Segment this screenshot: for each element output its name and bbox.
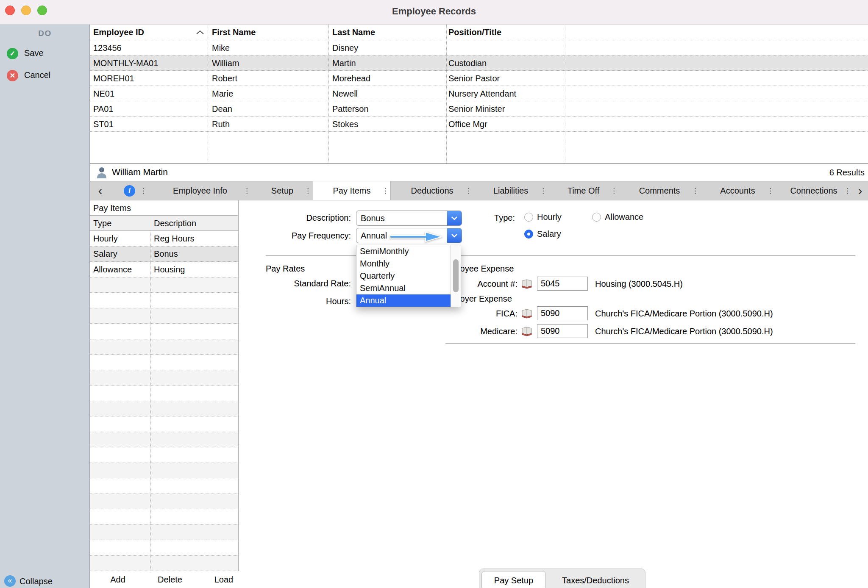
tab-setup[interactable]: Setup⋮ xyxy=(252,181,313,200)
pay-item-row-empty[interactable] xyxy=(90,416,238,432)
add-button[interactable]: Add xyxy=(110,575,125,585)
pay-item-row-empty[interactable] xyxy=(90,447,238,463)
tab-divider-dots: ⋮ xyxy=(304,186,312,195)
tab-label: Accounts xyxy=(720,186,755,196)
double-chevron-left-icon: « xyxy=(4,575,16,587)
pay-item-row-empty[interactable] xyxy=(90,509,238,525)
employee-row[interactable]: MONTHLY-MA01WilliamMartinCustodian xyxy=(90,55,868,71)
medicare-account-field[interactable] xyxy=(537,324,588,338)
load-button[interactable]: Load xyxy=(214,575,234,585)
pay-item-row-empty[interactable] xyxy=(90,293,238,308)
pay-item-row-empty[interactable] xyxy=(90,556,238,571)
tab-label: Liabilities xyxy=(493,186,528,196)
pay-item-type: Allowance xyxy=(93,264,132,274)
pay-frequency-label: Pay Frequency: xyxy=(292,231,351,241)
bottom-tab-pay-setup[interactable]: Pay Setup xyxy=(481,571,546,588)
sort-ascending-icon[interactable] xyxy=(196,30,204,35)
pay-item-row-empty[interactable] xyxy=(90,339,238,355)
employee-cell: Mike xyxy=(212,43,230,53)
save-button[interactable]: ✓ Save xyxy=(0,47,90,61)
pay-items-body: HourlyReg HoursSalaryBonusAllowanceHousi… xyxy=(90,231,238,571)
radio-label: Allowance xyxy=(605,212,643,222)
section-divider xyxy=(266,255,855,256)
pay-item-row-empty[interactable] xyxy=(90,386,238,401)
pay-item-row[interactable]: HourlyReg Hours xyxy=(90,231,238,247)
bottom-tab-taxes-deductions[interactable]: Taxes/Deductions xyxy=(546,576,645,585)
pay-frequency-menu: SemiMonthlyMonthlyQuarterlySemiAnnualAnn… xyxy=(356,245,451,307)
employee-cell: Office Mgr xyxy=(448,119,487,129)
tab-connections[interactable]: Connections⋮ xyxy=(775,181,852,200)
pay-item-row-empty[interactable] xyxy=(90,478,238,494)
pay-item-row-empty[interactable] xyxy=(90,463,238,479)
pay-item-row-empty[interactable] xyxy=(90,277,238,293)
pay-item-row-empty[interactable] xyxy=(90,540,238,556)
employee-row[interactable]: PA01DeanPattersonSenior Minister xyxy=(90,101,868,116)
tab-bar: ‹ i ⋮ Employee Info⋮Setup⋮Pay Items⋮Dedu… xyxy=(90,181,868,200)
employee-cell: ST01 xyxy=(93,119,114,129)
column-header-description[interactable]: Description xyxy=(154,218,196,228)
description-dropdown[interactable]: Bonus xyxy=(356,211,462,226)
menu-scrollbar-thumb[interactable] xyxy=(453,259,459,292)
section-divider xyxy=(445,343,855,344)
employee-row[interactable]: MOREH01RobertMoreheadSenior Pastor xyxy=(90,71,868,86)
column-header-last-name[interactable]: Last Name xyxy=(332,28,375,37)
employee-row[interactable]: ST01RuthStokesOffice Mgr xyxy=(90,116,868,132)
tab-liabilities[interactable]: Liabilities⋮ xyxy=(473,181,548,200)
column-header-type[interactable]: Type xyxy=(93,218,111,228)
pay-item-row-empty[interactable] xyxy=(90,401,238,417)
tab-scroll-left-icon[interactable]: ‹ xyxy=(90,181,111,200)
dropdown-chevron-icon[interactable] xyxy=(447,228,462,243)
collapse-button[interactable]: « Collapse xyxy=(0,574,90,588)
account-lookup-icon[interactable] xyxy=(520,308,533,319)
person-icon xyxy=(96,166,108,179)
pay-item-row[interactable]: SalaryBonus xyxy=(90,247,238,262)
tab-label: Setup xyxy=(271,186,293,196)
check-icon: ✓ xyxy=(7,48,18,59)
tab-deductions[interactable]: Deductions⋮ xyxy=(391,181,473,200)
column-header-employee-id[interactable]: Employee ID xyxy=(93,28,144,37)
menu-option-annual[interactable]: Annual xyxy=(356,294,451,307)
tab-scroll-right-icon[interactable]: › xyxy=(852,181,868,200)
employee-cell: Morehead xyxy=(332,73,370,83)
medicare-label: Medicare: xyxy=(480,327,517,336)
cancel-button[interactable]: ✕ Cancel xyxy=(0,69,90,83)
tab-accounts[interactable]: Accounts⋮ xyxy=(700,181,775,200)
pay-frequency-menu-popup: SemiMonthlyMonthlyQuarterlySemiAnnualAnn… xyxy=(356,245,461,307)
tab-pay-items[interactable]: Pay Items⋮ xyxy=(313,181,391,200)
dropdown-chevron-icon[interactable] xyxy=(447,211,462,225)
pay-item-row[interactable]: AllowanceHousing xyxy=(90,262,238,277)
menu-option-quarterly[interactable]: Quarterly xyxy=(356,270,451,282)
pay-item-row-empty[interactable] xyxy=(90,308,238,324)
tab-strip: Employee Info⋮Setup⋮Pay Items⋮Deductions… xyxy=(148,181,852,200)
menu-option-monthly[interactable]: Monthly xyxy=(356,258,451,270)
account-lookup-icon[interactable] xyxy=(520,326,533,337)
tab-label: Time Off xyxy=(568,186,600,196)
pay-items-panel: Pay Items Type Description HourlyReg Hou… xyxy=(90,200,238,588)
employee-cell: Senior Minister xyxy=(448,104,505,114)
pay-item-row-empty[interactable] xyxy=(90,494,238,510)
save-label: Save xyxy=(24,48,44,58)
column-header-first-name[interactable]: First Name xyxy=(212,28,256,37)
account-number-field[interactable] xyxy=(537,277,588,291)
pay-item-row-empty[interactable] xyxy=(90,370,238,386)
tab-time-off[interactable]: Time Off⋮ xyxy=(548,181,619,200)
employee-row[interactable]: 123456MikeDisney xyxy=(90,40,868,55)
employee-cell: Nursery Attendant xyxy=(448,89,516,98)
tab-employee-info[interactable]: Employee Info⋮ xyxy=(148,181,252,200)
pay-item-type: Hourly xyxy=(93,233,118,243)
menu-scrollbar[interactable] xyxy=(451,245,461,307)
pay-item-row-empty[interactable] xyxy=(90,324,238,339)
menu-option-semiannual[interactable]: SemiAnnual xyxy=(356,282,451,294)
pay-item-row-empty[interactable] xyxy=(90,525,238,541)
employee-cell: MONTHLY-MA01 xyxy=(93,58,158,68)
employee-row[interactable]: NE01MarieNewellNursery Attendant xyxy=(90,86,868,101)
tab-comments[interactable]: Comments⋮ xyxy=(619,181,700,200)
account-lookup-icon[interactable] xyxy=(520,278,533,289)
menu-option-semimonthly[interactable]: SemiMonthly xyxy=(356,245,451,258)
pay-item-row-empty[interactable] xyxy=(90,432,238,448)
delete-button[interactable]: Delete xyxy=(158,575,182,585)
pay-item-row-empty[interactable] xyxy=(90,355,238,370)
fica-account-field[interactable] xyxy=(537,306,588,320)
info-tab[interactable]: i ⋮ xyxy=(111,181,148,200)
column-header-position-title[interactable]: Position/Title xyxy=(448,28,501,37)
